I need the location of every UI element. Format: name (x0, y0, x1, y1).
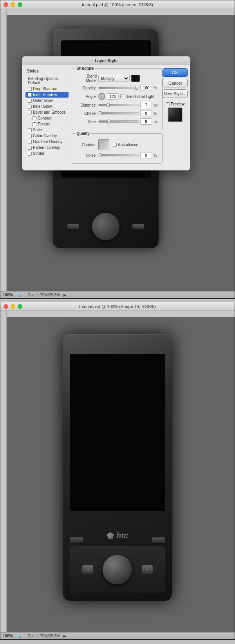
quality-content: Contour: Anti-aliased (72, 134, 162, 163)
zoom-level-2: 100% (3, 634, 13, 638)
preview-checkbox[interactable]: ✓ (166, 102, 170, 106)
structure-content: Blend Mode: Multiply Opacity: (72, 69, 162, 130)
new-style-button[interactable]: New Style... (163, 89, 188, 98)
style-item-inner-glow[interactable]: Inner Glow (25, 103, 69, 109)
angle-dial[interactable] (98, 93, 105, 100)
noise-label: Noise: (75, 153, 97, 158)
preview-swatch (168, 107, 183, 122)
minimize-button-1[interactable] (11, 2, 15, 7)
nav-home-button: ⌂ (82, 565, 93, 574)
stroke-checkbox[interactable] (28, 152, 32, 156)
style-item-drop-shadow[interactable]: Drop Shadow (25, 86, 69, 92)
opacity-unit: % (154, 86, 159, 90)
distance-slider-thumb[interactable] (107, 103, 110, 107)
close-button-2[interactable] (4, 304, 8, 309)
distance-label: Distance: (75, 103, 97, 107)
opacity-slider-track[interactable] (98, 87, 139, 89)
drop-shadow-checkbox[interactable] (28, 87, 32, 91)
global-light-checkbox[interactable]: ✓ (120, 94, 124, 98)
style-item-pattern-overlay[interactable]: Pattern Overlay (25, 145, 69, 151)
texture-checkbox[interactable] (33, 122, 36, 126)
phone-screen-2 (70, 354, 165, 511)
pattern-overlay-checkbox[interactable] (28, 146, 32, 150)
choke-row: Choke: % (75, 110, 159, 116)
style-item-inner-shadow[interactable]: ✓ Inner Shadow (25, 92, 69, 98)
ok-button[interactable]: OK (163, 68, 188, 77)
close-button-1[interactable] (4, 2, 8, 7)
style-item-stroke[interactable]: Stroke (25, 151, 69, 156)
style-item-satin[interactable]: Satin (25, 127, 69, 133)
canvas-area-1: Layer Style Styles Blending Options: Def… (0, 9, 235, 291)
style-item-blending[interactable]: Blending Options: Default (25, 76, 69, 86)
status-bar-1: 100% 🔍 Doc: 1.79M/29.3M ▶ (0, 291, 235, 298)
angle-row: Angle: ✓ Use Global Light (75, 93, 159, 100)
anti-alias-checkbox[interactable] (113, 143, 117, 147)
opacity-slider-thumb[interactable] (135, 86, 138, 90)
noise-row: Noise: % (75, 152, 159, 158)
style-item-gradient-overlay[interactable]: Gradient Overlay (25, 139, 69, 145)
contour-label: Contour: (75, 143, 97, 147)
size-label: Size: (75, 120, 97, 124)
scroll-right-arrow-1[interactable]: ▶ (63, 293, 67, 297)
titlebar-2: tutorial.psd @ 100% (Shape 14, RGB/8) (0, 302, 235, 311)
ruler-horizontal-2 (7, 311, 235, 317)
inner-glow-checkbox[interactable] (28, 105, 32, 109)
angle-line (100, 94, 102, 97)
size-slider-track[interactable] (98, 120, 139, 123)
blend-mode-select[interactable]: Multiply (98, 75, 130, 82)
color-overlay-checkbox[interactable] (28, 134, 32, 138)
style-item-contour[interactable]: Contour (25, 115, 69, 121)
zoom-level-1: 100% (3, 293, 13, 297)
angle-input[interactable] (107, 93, 119, 100)
style-item-bevel[interactable]: Bevel and Emboss (25, 109, 69, 115)
satin-checkbox[interactable] (28, 128, 32, 132)
doc-info-1: Doc: 1.79M/29.3M (28, 293, 60, 297)
dialog-buttons: OK Cancel New Style... ✓ Preview (163, 65, 190, 170)
zoom-icon-2: 🔍 (16, 634, 21, 638)
size-input[interactable] (140, 118, 152, 125)
maximize-button-1[interactable] (18, 2, 22, 7)
noise-input[interactable] (140, 152, 152, 158)
size-slider-thumb[interactable] (107, 120, 110, 123)
distance-input[interactable] (140, 102, 152, 108)
ruler-horizontal-1 (7, 9, 235, 15)
style-item-texture[interactable]: Texture (25, 121, 69, 127)
size-row: Size: px (75, 118, 159, 125)
minimize-button-2[interactable] (11, 304, 15, 309)
nav-right-btn (132, 224, 144, 229)
doc-info-2: Doc: 1.79M/29.3M (28, 634, 60, 638)
gradient-overlay-checkbox[interactable] (28, 140, 32, 144)
window-title-2: tutorial.psd @ 100% (Shape 14, RGB/8) (79, 304, 156, 309)
style-item-outer-glow[interactable]: Outer Glow (25, 98, 69, 103)
anti-alias-row: Anti-aliased (113, 143, 138, 147)
opacity-row: Opacity: % (75, 85, 159, 91)
noise-slider-thumb[interactable] (99, 153, 102, 157)
blend-color-swatch[interactable] (131, 75, 140, 82)
style-item-color-overlay[interactable]: Color Overlay (25, 133, 69, 139)
maximize-button-2[interactable] (18, 304, 22, 309)
dialog-overlay: Layer Style Styles Blending Options: Def… (22, 56, 190, 171)
preview-section: ✓ Preview (163, 102, 188, 122)
distance-unit: px (154, 103, 159, 107)
bevel-checkbox[interactable] (28, 111, 32, 114)
opacity-input[interactable] (140, 85, 152, 91)
global-light-label: Use Global Light (125, 94, 154, 99)
noise-unit: % (154, 153, 159, 158)
cancel-button[interactable]: Cancel (163, 79, 188, 87)
contour-checkbox[interactable] (33, 116, 36, 120)
preview-label: Preview (171, 102, 185, 106)
window-title-1: tutorial.psd @ 100% (screen, RGB/8) (82, 2, 153, 7)
contour-preview[interactable] (98, 139, 109, 150)
nav-small-btns (70, 537, 165, 543)
choke-slider-track[interactable] (98, 112, 139, 114)
distance-slider-track[interactable] (98, 104, 139, 106)
outer-glow-checkbox[interactable] (28, 99, 32, 103)
inner-shadow-checkbox[interactable]: ✓ (28, 93, 32, 97)
nav-left-btn (67, 224, 79, 229)
nav-trackball-2 (103, 555, 132, 584)
quality-section: Quality Contour: Anti-aliased (72, 133, 163, 164)
scroll-right-arrow-2[interactable]: ▶ (63, 634, 67, 638)
choke-input[interactable] (140, 110, 152, 116)
noise-slider-track[interactable] (98, 154, 139, 156)
choke-slider-thumb[interactable] (99, 111, 102, 115)
